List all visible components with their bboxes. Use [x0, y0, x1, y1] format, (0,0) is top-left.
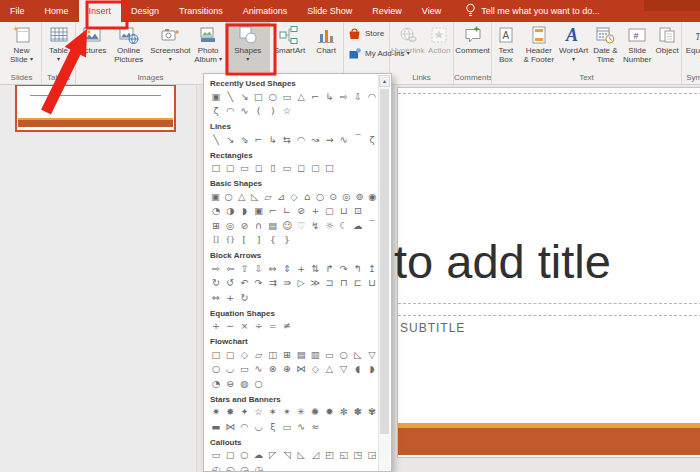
shape-item[interactable]: ↺: [223, 276, 237, 291]
shape-item[interactable]: ◴: [209, 462, 223, 472]
shape-item[interactable]: =: [266, 319, 280, 334]
shape-item[interactable]: ⊡: [351, 204, 365, 219]
shape-item[interactable]: ⊘: [237, 218, 251, 233]
shape-item[interactable]: ◠: [365, 89, 379, 104]
shape-item[interactable]: ◻: [294, 161, 308, 176]
shape-item[interactable]: ╲: [223, 89, 237, 104]
shape-item[interactable]: ⌒: [365, 218, 379, 233]
shape-item[interactable]: ▱: [261, 189, 274, 204]
shape-item[interactable]: ◵: [223, 462, 237, 472]
shape-item[interactable]: ⇘: [237, 132, 251, 147]
shape-item[interactable]: ▢: [308, 161, 322, 176]
shape-item[interactable]: ▢: [223, 448, 237, 463]
shape-item[interactable]: ⊐: [322, 276, 336, 291]
tab-insert[interactable]: Insert: [79, 0, 122, 22]
shape-item[interactable]: ↻: [237, 290, 251, 305]
shape-item[interactable]: ↝: [308, 132, 322, 147]
shape-item[interactable]: ◲: [365, 448, 379, 463]
scrollbar-thumb[interactable]: [380, 89, 389, 434]
tab-animations[interactable]: Animations: [233, 0, 298, 22]
wordart-button[interactable]: AWordArt▾: [558, 22, 590, 72]
shape-item[interactable]: ◻: [252, 161, 266, 176]
shape-item[interactable]: ⇨: [209, 261, 223, 276]
shape-item[interactable]: ▥: [308, 347, 322, 362]
date-time-button[interactable]: Date &Time: [589, 22, 621, 72]
shape-item[interactable]: ✹: [322, 405, 336, 420]
shape-item[interactable]: ⊿: [274, 189, 287, 204]
shape-item[interactable]: ≈: [308, 419, 322, 434]
screenshot-button[interactable]: Screenshot▾: [150, 22, 192, 72]
tellme-box[interactable]: Tell me what you want to do...: [465, 0, 600, 22]
shape-item[interactable]: ☆: [252, 405, 266, 420]
shape-item[interactable]: ∿: [337, 132, 351, 147]
shape-item[interactable]: ○: [337, 347, 351, 362]
shape-item[interactable]: +: [308, 204, 322, 219]
shape-item[interactable]: ⋈: [223, 419, 237, 434]
shape-item[interactable]: ⊗: [266, 362, 280, 377]
shape-item[interactable]: ☁: [252, 448, 266, 463]
shape-item[interactable]: ⊔: [365, 276, 379, 291]
shape-item[interactable]: ↳: [322, 89, 336, 104]
shape-item[interactable]: ◡: [223, 362, 237, 377]
shape-item[interactable]: ↻: [209, 276, 223, 291]
online-pictures-button[interactable]: OnlinePictures: [108, 22, 150, 72]
shape-item[interactable]: ⌂: [301, 189, 314, 204]
shape-item[interactable]: ▱: [252, 347, 266, 362]
shape-item[interactable]: ξ: [266, 419, 280, 434]
shape-item[interactable]: ◠: [294, 132, 308, 147]
shape-item[interactable]: ⇔: [209, 290, 223, 305]
shape-item[interactable]: +: [294, 261, 308, 276]
tab-slide-show[interactable]: Slide Show: [297, 0, 362, 22]
shape-item[interactable]: ◡: [252, 419, 266, 434]
shape-item[interactable]: ⊕: [280, 362, 294, 377]
shape-item[interactable]: ▣: [209, 89, 223, 104]
shape-item[interactable]: ∟: [280, 204, 294, 219]
slide-thumbnail[interactable]: [15, 84, 176, 132]
shape-item[interactable]: ◹: [280, 448, 294, 463]
shape-item[interactable]: ↷: [252, 276, 266, 291]
shape-item[interactable]: ∿: [294, 419, 308, 434]
shape-item[interactable]: ☼: [322, 218, 336, 233]
shape-item[interactable]: ⊘: [294, 204, 308, 219]
shape-item[interactable]: ☁: [351, 218, 365, 233]
shape-item[interactable]: ╲: [209, 132, 223, 147]
shape-item[interactable]: ◠: [237, 419, 251, 434]
chart-button[interactable]: Chart: [309, 22, 343, 72]
shape-item[interactable]: ÷: [252, 319, 266, 334]
shape-item[interactable]: [: [237, 233, 251, 248]
shape-item[interactable]: ⊞: [280, 347, 294, 362]
shape-item[interactable]: ⇩: [252, 261, 266, 276]
shape-item[interactable]: ⊓: [337, 276, 351, 291]
shape-item[interactable]: ◺: [294, 448, 308, 463]
shape-item[interactable]: △: [322, 362, 336, 377]
photo-album-button[interactable]: PhotoAlbum ▾: [191, 22, 225, 72]
shape-item[interactable]: ↘: [223, 132, 237, 147]
shape-item[interactable]: ×: [237, 319, 251, 334]
shape-item[interactable]: ✴: [280, 405, 294, 420]
shape-item[interactable]: ↥: [365, 261, 379, 276]
shape-item[interactable]: ◔: [209, 204, 223, 219]
shape-item[interactable]: ⌐: [252, 132, 266, 147]
shape-item[interactable]: ◑: [223, 204, 237, 219]
shape-item[interactable]: ⇆: [280, 132, 294, 147]
shape-item[interactable]: ▤: [294, 347, 308, 362]
shape-item[interactable]: ◠: [223, 104, 237, 119]
shape-item[interactable]: ↱: [322, 261, 336, 276]
shape-item[interactable]: ◰: [322, 448, 336, 463]
shape-item[interactable]: ⊞: [209, 218, 223, 233]
shape-item[interactable]: ∿: [252, 362, 266, 377]
text-box-button[interactable]: ATextBox: [492, 22, 520, 72]
shape-item[interactable]: ⇕: [280, 261, 294, 276]
table-button[interactable]: Table▾: [42, 22, 75, 72]
shape-item[interactable]: □: [209, 161, 223, 176]
shape-item[interactable]: ▣: [252, 204, 266, 219]
shape-item[interactable]: ✽: [351, 405, 365, 420]
shape-item[interactable]: ✻: [337, 405, 351, 420]
shape-item[interactable]: ♡: [294, 218, 308, 233]
shape-item[interactable]: ✾: [365, 405, 379, 420]
shape-item[interactable]: {}: [223, 233, 237, 248]
shape-item[interactable]: ☆: [280, 104, 294, 119]
shape-item[interactable]: ↯: [308, 218, 322, 233]
shape-item[interactable]: □: [252, 89, 266, 104]
object-button[interactable]: Object: [653, 22, 681, 72]
